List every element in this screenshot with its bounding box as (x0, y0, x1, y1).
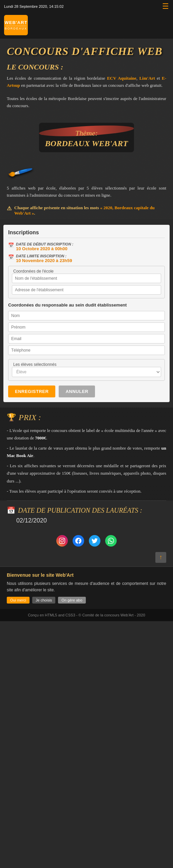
date-debut-value: 10 Octobre 2020 à 00h00 (16, 246, 73, 251)
date-limite-row: 📅 Date limite inscription : 10 Novembre … (8, 254, 165, 263)
save-button[interactable]: ENREGISTRER (8, 386, 55, 397)
prix-bullet4: - Tous les élèves ayant participé à l'op… (7, 488, 166, 495)
concours-info-text: 5 affiches web par école, élaborées par … (7, 185, 166, 199)
prix-icon: 🏆 (7, 413, 16, 422)
school-fieldset: Coordonées de l'école (8, 266, 165, 298)
cookie-manage-button[interactable]: On gère abo (58, 597, 85, 604)
theme-box: Thème: Bordeaux Web'Art (39, 123, 134, 152)
calendar-icon-debut: 📅 (8, 242, 14, 248)
logo-divider (5, 26, 26, 26)
cookie-decline-button[interactable]: Je choisis (32, 597, 55, 604)
pub-date: 02/12/2020 (7, 517, 166, 524)
adresse-input[interactable] (12, 285, 161, 295)
logo-box[interactable]: WEB'ART BORDEAUX (4, 15, 28, 35)
footer: Conçu en HTML5 and CSS3 - © Comité de la… (0, 609, 173, 621)
logo-subtitle: BORDEAUX (5, 27, 27, 30)
theme-label: Thème: (42, 129, 131, 138)
concours-paragraph2: Toutes les écoles de la métropole Bordel… (7, 95, 166, 110)
cookie-banner: Bienvenue sur le site Web'Art Nous utili… (0, 566, 173, 609)
students-fieldset: Les élèves sélectionnés Élève Élève 1 Él… (8, 359, 165, 381)
warning-keywords: « 2020, Bordeaux capitale du Web'Art » (14, 205, 155, 216)
whatsapp-icon[interactable] (105, 535, 117, 547)
nom-input[interactable] (8, 311, 165, 320)
prenom-input[interactable] (8, 322, 165, 332)
form-title: Inscriptions (8, 230, 165, 238)
prix-bullet1: - L'école qui remporte le concours obtie… (7, 427, 166, 442)
ecv-link[interactable]: ECV Aquitaine (107, 76, 136, 81)
publication-section: 📅 Date de publication des lauréats : 02/… (0, 501, 173, 530)
warning-icon: ⚠ (7, 205, 12, 212)
prix-heading: Prix : (19, 413, 41, 422)
cancel-button[interactable]: ANNULER (59, 386, 95, 397)
prix-bullet3: - Les six affiches suivantes se verront … (7, 462, 166, 485)
prix-bullet2: - Le lauréat de la carte de vœux ayant o… (7, 445, 166, 459)
date-limite-value: 10 Novembre 2020 à 23h59 (16, 258, 72, 263)
instagram-icon[interactable] (56, 535, 68, 547)
concours-paragraph1: Les écoles de communication de la région… (7, 75, 166, 89)
cookie-accept-button[interactable]: Oui merci (7, 597, 30, 604)
eleve-select[interactable]: Élève Élève 1 Élève 2 Élève 3 Élève 4 Él… (12, 367, 161, 377)
concours-section-title: Le concours : (7, 63, 166, 72)
pub-heading: Date de publication des lauréats : (18, 506, 142, 514)
prix-body: - L'école qui remporte le concours obtie… (7, 427, 166, 495)
calendar-icon-limite: 📅 (8, 254, 14, 260)
pub-title-row: 📅 Date de publication des lauréats : (7, 506, 166, 514)
warning-text: Chaque affiche présente en situation les… (14, 205, 166, 216)
prix-title-row: 🏆 Prix : (7, 413, 166, 422)
responsible-title: Coordonées du responsable au sein dudit … (8, 302, 165, 308)
prix-section: 🏆 Prix : - L'école qui remporte le conco… (0, 408, 173, 500)
header: Lundi 28 Septembre 2020, 14:15:02 ☰ (0, 0, 173, 13)
date-debut-label: Date de début inscription : (16, 242, 73, 246)
registration-form: Inscriptions 📅 Date de début inscription… (3, 225, 170, 402)
students-legend: Les élèves sélectionnés (12, 362, 161, 367)
twitter-icon[interactable] (89, 535, 100, 547)
form-buttons: ENREGISTRER ANNULER (8, 386, 165, 397)
logo-area: WEB'ART BORDEAUX (0, 13, 173, 39)
footer-text: Conçu en HTML5 and CSS3 - © Comité de la… (28, 613, 145, 617)
cookie-text: Nous utilisons plusieurs services de mes… (7, 580, 166, 593)
theme-value: Bordeaux Web'Art (42, 139, 131, 148)
telephone-input[interactable] (8, 346, 165, 355)
cookie-title: Bienvenue sur le site Web'Art (7, 572, 166, 578)
scroll-top-area: ↑ (0, 552, 173, 566)
pub-icon: 📅 (7, 506, 15, 514)
header-date: Lundi 28 Septembre 2020, 14:15:02 (4, 4, 64, 8)
date-limite-label: Date limite inscription : (16, 254, 72, 258)
etablissement-input[interactable] (12, 274, 161, 283)
hero-section: Concours d'affiche Web Le concours : Les… (0, 39, 173, 219)
warning-line: ⚠ Chaque affiche présente en situation l… (7, 205, 166, 216)
cookie-buttons: Oui merci Je choisis On gère abo (7, 597, 166, 604)
email-input[interactable] (8, 334, 165, 343)
social-row (0, 530, 173, 552)
facebook-icon[interactable] (73, 535, 84, 547)
menu-icon[interactable]: ☰ (162, 2, 169, 11)
school-legend: Coordonées de l'école (12, 269, 161, 274)
page-title: Concours d'affiche Web (7, 45, 166, 57)
logo-title: WEB'ART (4, 20, 27, 25)
scroll-top-button[interactable]: ↑ (155, 552, 166, 563)
date-debut-row: 📅 Date de début inscription : 10 Octobre… (8, 242, 165, 251)
limart-link[interactable]: Lim'Art (139, 76, 155, 81)
brush-illustration: 🖌️ (7, 162, 166, 181)
